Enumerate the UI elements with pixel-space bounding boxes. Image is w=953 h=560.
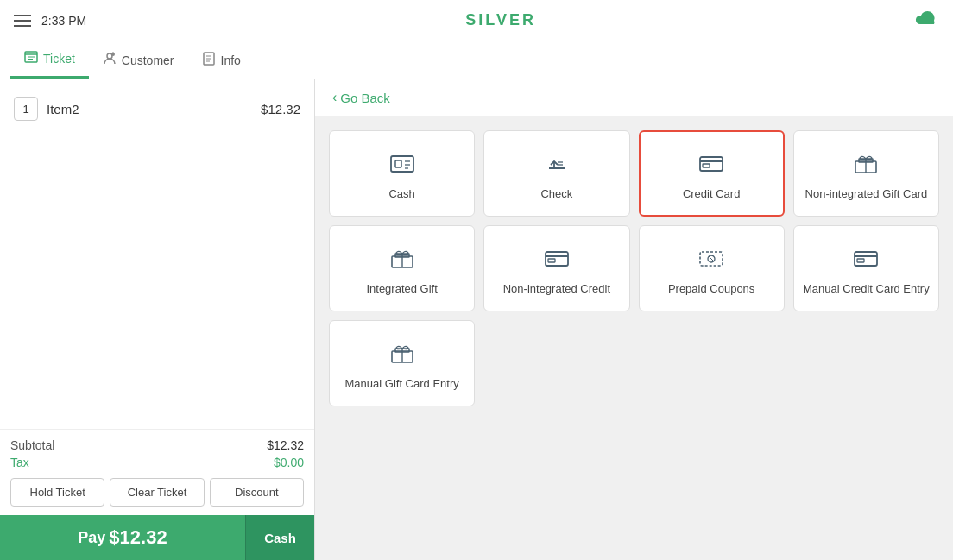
svg-rect-37: [857, 259, 864, 262]
chevron-left-icon: ‹: [332, 90, 337, 105]
svg-rect-22: [703, 164, 710, 167]
ticket-footer: Subtotal $12.32 Tax $0.00 Hold Ticket Cl…: [0, 429, 314, 515]
check-icon: [542, 149, 571, 179]
info-icon: [202, 52, 216, 69]
manual-gift-card-icon: [388, 339, 417, 368]
tab-ticket-label: Ticket: [43, 52, 75, 66]
clear-ticket-button[interactable]: Clear Ticket: [110, 478, 204, 507]
tab-customer-label: Customer: [122, 53, 174, 67]
item-price: $12.32: [261, 102, 300, 116]
payment-tile-non-integrated-credit[interactable]: Non-integrated Credit: [483, 225, 629, 311]
item-name: Item2: [47, 102, 261, 116]
coupon-icon: [697, 244, 726, 274]
subtotal-row: Subtotal $12.32: [10, 438, 304, 452]
pay-bar: Pay $12.32 Cash: [0, 515, 314, 560]
payment-tile-prepaid-coupons[interactable]: Prepaid Coupons: [639, 225, 785, 311]
prepaid-coupons-label: Prepaid Coupons: [668, 282, 754, 297]
table-row: 1 Item2 $12.32: [10, 90, 304, 128]
pay-button[interactable]: Pay $12.32: [0, 515, 245, 560]
svg-line-34: [709, 256, 714, 261]
integrated-gift-icon: [388, 244, 417, 274]
cash-icon: [388, 149, 417, 179]
tab-info[interactable]: Info: [188, 41, 255, 79]
tab-info-label: Info: [221, 53, 241, 67]
payment-tile-manual-gift-card[interactable]: Manual Gift Card Entry: [329, 320, 475, 406]
action-buttons: Hold Ticket Clear Ticket Discount: [10, 478, 304, 507]
integrated-gift-label: Integrated Gift: [366, 282, 437, 297]
right-panel: ‹ Go Back Cash: [315, 79, 953, 560]
pay-method-button[interactable]: Cash: [245, 515, 314, 560]
app-logo: SILVER: [465, 11, 536, 29]
go-back-button[interactable]: ‹ Go Back: [332, 90, 390, 105]
item-quantity: 1: [14, 97, 38, 121]
main-content: 1 Item2 $12.32 Subtotal $12.32 Tax $0.00…: [0, 79, 953, 560]
go-back-label: Go Back: [340, 91, 390, 105]
gift-icon: [851, 149, 880, 179]
cloud-icon: [915, 9, 939, 33]
ticket-icon: [24, 50, 38, 67]
subtotal-label: Subtotal: [10, 438, 54, 452]
tax-label: Tax: [10, 456, 29, 469]
check-label: Check: [540, 187, 572, 202]
payment-tile-integrated-gift[interactable]: Integrated Gift: [329, 225, 475, 311]
svg-rect-31: [548, 259, 555, 262]
current-time: 2:33 PM: [41, 14, 86, 28]
payment-grid: Cash Check Credi: [315, 116, 953, 420]
manual-credit-card-icon: [851, 244, 880, 274]
top-bar: 2:33 PM SILVER: [0, 0, 953, 41]
svg-rect-12: [395, 160, 401, 167]
tax-value: $0.00: [274, 456, 304, 469]
customer-icon: [103, 52, 117, 69]
payment-tile-credit-card[interactable]: Credit Card: [639, 130, 785, 217]
payment-tile-cash[interactable]: Cash: [329, 130, 475, 217]
credit-card-label: Credit Card: [683, 187, 740, 202]
svg-point-5: [111, 53, 115, 56]
svg-rect-11: [391, 156, 413, 172]
non-integrated-credit-icon: [542, 244, 571, 274]
payment-tile-non-integrated-gift[interactable]: Non-integrated Gift Card: [793, 130, 939, 217]
payment-tile-manual-credit-card[interactable]: Manual Credit Card Entry: [793, 225, 939, 311]
tab-ticket[interactable]: Ticket: [10, 41, 89, 79]
discount-button[interactable]: Discount: [210, 478, 304, 507]
hold-ticket-button[interactable]: Hold Ticket: [10, 478, 104, 507]
non-integrated-gift-label: Non-integrated Gift Card: [805, 187, 928, 202]
manual-credit-card-label: Manual Credit Card Entry: [803, 282, 930, 297]
go-back-bar: ‹ Go Back: [315, 79, 953, 116]
hamburger-menu[interactable]: [14, 15, 31, 27]
tax-row: Tax $0.00: [10, 456, 304, 469]
credit-card-icon: [697, 149, 726, 179]
tab-bar: Ticket Customer Info: [0, 41, 953, 79]
non-integrated-credit-label: Non-integrated Credit: [503, 282, 610, 297]
cash-label: Cash: [388, 187, 414, 202]
pay-label: Pay: [78, 529, 105, 547]
left-panel: 1 Item2 $12.32 Subtotal $12.32 Tax $0.00…: [0, 79, 315, 560]
tab-customer[interactable]: Customer: [89, 41, 188, 79]
ticket-list: 1 Item2 $12.32: [0, 79, 314, 429]
subtotal-value: $12.32: [267, 438, 304, 452]
payment-tile-check[interactable]: Check: [483, 130, 629, 217]
pay-amount: $12.32: [109, 526, 167, 549]
manual-gift-card-label: Manual Gift Card Entry: [345, 377, 459, 392]
